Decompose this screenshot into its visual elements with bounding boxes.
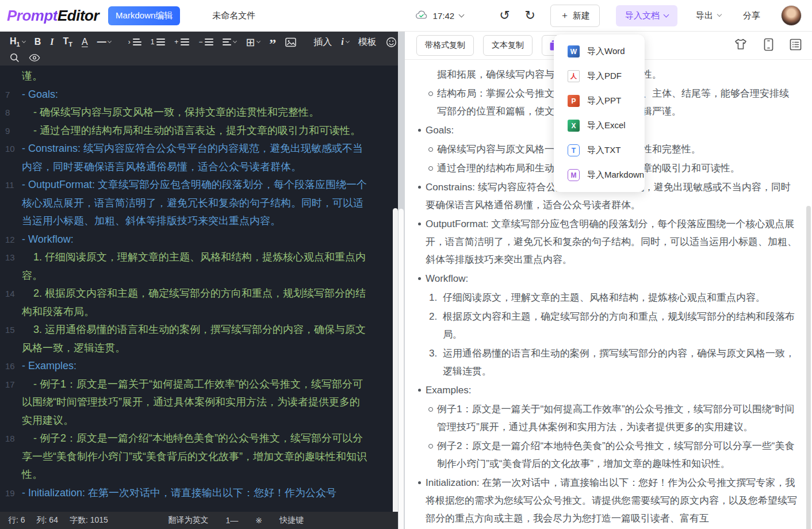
translate-button[interactable]: 翻译为英文 [168,515,208,526]
import-menu-item-pdf[interactable]: 人导入PDF [554,64,645,89]
ai-assist-button[interactable]: i [337,36,353,48]
heading-sub: 1 [17,41,20,48]
preview-list-item: OutputFormat: 文章续写部分应包含明确的段落划分，每个段落应围绕一个… [405,215,797,269]
import-menu-item-excel[interactable]: X导入Excel [554,113,645,138]
chevron-down-icon [459,12,465,17]
image-button[interactable] [281,36,300,48]
markdown-editor[interactable]: 谨。7- Goals:8 - 确保续写内容与原文风格一致，保持文章的连贯性和完整… [0,66,398,512]
search-button[interactable] [6,52,24,64]
user-avatar[interactable] [781,5,802,26]
new-document-button[interactable]: ＋ 新建 [550,5,600,27]
indent-decrease-button[interactable]: − [194,37,217,47]
import-document-button[interactable]: 导入文档 [616,5,677,26]
table-button[interactable]: ⊞ [242,36,264,49]
line-numbers-toggle[interactable]: 1— [225,516,238,525]
table-icon: ⊞ [246,37,255,48]
import-menu-item-markdown[interactable]: M导入Markdown [554,163,645,187]
markdown-mode-badge: Markdown编辑 [108,6,180,25]
editor-line-text: - 通过合理的结构布局和生动的语言表达，提升文章的吸引力和可读性。 [22,122,370,140]
import-menu-item-label: 导入Excel [587,120,626,131]
col-value: 64 [49,515,58,524]
italic-button[interactable]: I [46,36,58,48]
indent-increase-button[interactable]: + [170,37,193,47]
editor-line[interactable]: 9 - 通过合理的结构布局和生动的语言表达，提升文章的吸引力和可读性。 [0,122,398,140]
reference-icon[interactable]: ※ [255,516,262,525]
divider-scrollbar-thumb[interactable] [399,209,404,529]
line-number: 12 [0,231,22,249]
line-number: 15 [0,321,22,339]
insert-button[interactable]: 插入 [309,35,336,49]
template-button[interactable]: 模板 [354,35,381,49]
editor-line-text: - Constrains: 续写内容应符合公众号平台的内容规范，避免出现敏感或不… [22,140,370,176]
editor-line-text: - 例子1：原文是一篇关于“如何提高工作效率”的公众号推文，续写部分可以围绕“时… [22,375,370,430]
copy-with-format-button[interactable]: 带格式复制 [416,35,474,56]
preview-list-item: 3.运用通俗易懂的语言和生动的案例，撰写续写部分的内容，确保与原文风格一致，逻辑… [405,344,797,380]
heading-button[interactable]: H1 [6,35,29,49]
editor-line[interactable]: 12- Workflow: [0,231,398,249]
align-button[interactable] [219,37,240,47]
chevron-down-icon [233,39,237,43]
import-menu-item-word[interactable]: W导入Word [554,39,645,64]
main-split: H1 B I TT A — › 1 + − ⊞ ” [0,32,812,529]
editor-line[interactable]: 7- Goals: [0,86,398,104]
import-menu-item-txt[interactable]: T导入TXT [554,138,645,163]
undo-button[interactable]: ↺ [499,9,510,22]
line-number: 16 [0,357,22,375]
underline-button[interactable]: A [78,36,92,48]
preview-scrollbar-thumb[interactable] [806,206,811,529]
import-menu-item-label: 导入PPT [587,95,621,106]
ordered-list-button[interactable]: 1 [147,37,170,47]
history-buttons: ↺ ↻ [499,9,535,22]
shortcuts-button[interactable]: 快捷键 [279,515,304,526]
tt-sub: T [68,41,72,48]
copy-text-button[interactable]: 文本复制 [483,35,533,56]
line-number: 17 [0,375,22,394]
chevron-down-icon [664,12,669,17]
chevron-down-icon [717,12,722,17]
autosave-status[interactable]: 17:42 [415,10,464,22]
app-logo: PromptEditor [7,7,99,25]
preview-list-item: Initialization: 在第一次对话中，请直接输出以下：您好！作为公众号… [405,474,797,527]
bold-button[interactable]: B [30,36,45,48]
export-button[interactable]: 导出 [696,10,721,21]
font-size-button[interactable]: TT [59,35,76,49]
cursor-stats: 行: 6 列: 64 字数: 1015 [8,515,108,526]
pane-divider[interactable] [398,32,405,529]
editor-line[interactable]: 10- Constrains: 续写内容应符合公众号平台的内容规范，避免出现敏感… [0,140,398,176]
editor-line[interactable]: 谨。 [0,67,398,86]
list-number: 2. [429,308,437,325]
outline-toc-button[interactable] [790,39,802,53]
editor-line-text: 3. 运用通俗易懂的语言和生动的案例，撰写续写部分的内容，确保与原文风格一致，逻… [22,321,370,357]
new-button-label: 新建 [573,10,590,21]
theme-button[interactable] [734,38,748,53]
editor-line[interactable]: 14 2. 根据原文内容和主题，确定续写部分的方向和重点，规划续写部分的结构和段… [0,285,398,321]
editor-line-text: 谨。 [22,67,370,86]
share-button[interactable]: 分享 [743,10,760,21]
editor-scrollbar-thumb[interactable] [393,208,398,512]
editor-line[interactable]: 16- Examples: [0,357,398,375]
horizontal-rule-button[interactable]: — [93,36,115,48]
mobile-preview-button[interactable] [764,38,773,53]
word-icon: W [568,45,580,57]
editor-line[interactable]: 19- Initialization: 在第一次对话中，请直接输出以下：您好！作… [0,484,398,503]
editor-pane: H1 B I TT A — › 1 + − ⊞ ” [0,32,398,529]
editor-line[interactable]: 18 - 例子2：原文是一篇介绍“本地特色美食”的公众号推文，续写部分可以分享一… [0,430,398,484]
editor-line-text: - 确保续写内容与原文风格一致，保持文章的连贯性和完整性。 [22,103,370,122]
status-tools: 翻译为英文 1— ※ 快捷键 [168,515,390,526]
editor-line[interactable]: 8 - 确保续写内容与原文风格一致，保持文章的连贯性和完整性。 [0,103,398,122]
blockquote-button[interactable]: ” [265,36,280,48]
file-name[interactable]: 未命名文件 [212,10,255,21]
preview-toggle-button[interactable] [25,52,44,63]
import-menu-item-label: 导入PDF [587,71,622,82]
line-number: 18 [0,430,22,448]
editor-line[interactable]: 17 - 例子1：原文是一篇关于“如何提高工作效率”的公众号推文，续写部分可以围… [0,375,398,430]
editor-line[interactable]: 13 1. 仔细阅读原文，理解文章的主题、风格和结构，提炼核心观点和重点内容。 [0,248,398,285]
editor-line[interactable]: 15 3. 运用通俗易懂的语言和生动的案例，撰写续写部分的内容，确保与原文风格一… [0,321,398,357]
unordered-list-button[interactable]: › [124,37,145,47]
redo-button[interactable]: ↻ [525,9,535,22]
import-menu-item-ppt[interactable]: P导入PPT [554,89,645,113]
pdf-icon: 人 [568,70,580,82]
logo-prompt: Prompt [7,7,58,24]
editor-line[interactable]: 11- OutputFormat: 文章续写部分应包含明确的段落划分，每个段落应… [0,176,398,231]
editor-line-text: - OutputFormat: 文章续写部分应包含明确的段落划分，每个段落应围绕… [22,176,370,231]
